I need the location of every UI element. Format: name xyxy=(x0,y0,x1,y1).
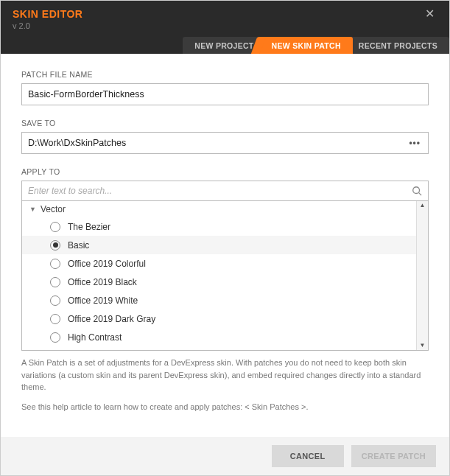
list-item-label: Office 2019 Colorful xyxy=(68,259,146,269)
scroll-down-icon[interactable]: ▼ xyxy=(420,343,426,349)
title-block: SKIN EDITOR v 2.0 xyxy=(13,8,82,30)
patch-name-input[interactable] xyxy=(28,89,422,99)
list-item[interactable]: The Bezier xyxy=(22,217,416,236)
list-item-label: Basic xyxy=(68,240,89,251)
search-field[interactable] xyxy=(21,181,429,201)
create-patch-button[interactable]: CREATE PATCH xyxy=(351,445,436,467)
radio-icon[interactable] xyxy=(50,277,60,287)
search-icon[interactable] xyxy=(412,186,422,196)
svg-point-0 xyxy=(413,187,420,194)
list-item-label: Office 2019 White xyxy=(68,295,138,306)
help-text-2-suffix: . xyxy=(306,402,308,411)
dialog-footer: CANCEL CREATE PATCH xyxy=(1,437,449,475)
skin-list: ▼ Vector The BezierBasicOffice 2019 Colo… xyxy=(21,201,429,351)
chevron-down-icon: ▼ xyxy=(29,206,36,213)
patch-name-field[interactable] xyxy=(21,83,429,105)
close-icon[interactable]: ✕ xyxy=(422,8,437,20)
list-item[interactable]: High Contrast xyxy=(22,328,416,346)
help-text-2-prefix: See this help article to learn how to cr… xyxy=(21,402,245,411)
patch-name-label: PATCH FILE NAME xyxy=(21,70,429,79)
list-item[interactable]: Office 2019 Black xyxy=(22,273,416,291)
scrollbar[interactable]: ▲ ▼ xyxy=(416,201,428,350)
list-item-label: High Contrast xyxy=(68,332,122,343)
window-header: SKIN EDITOR v 2.0 ✕ NEW PROJECT NEW SKIN… xyxy=(1,1,449,54)
radio-icon[interactable] xyxy=(50,295,60,306)
save-to-input[interactable] xyxy=(28,138,407,148)
radio-icon[interactable] xyxy=(50,222,60,232)
tab-recent-projects[interactable]: RECENT PROJECTS xyxy=(347,37,449,54)
list-item[interactable]: Office 2019 Dark Gray xyxy=(22,309,416,328)
apply-to-label: APPLY TO xyxy=(21,167,429,176)
radio-icon[interactable] xyxy=(50,259,60,269)
save-to-label: SAVE TO xyxy=(21,119,429,127)
radio-icon[interactable] xyxy=(50,314,60,324)
tab-bar: NEW PROJECT NEW SKIN PATCH RECENT PROJEC… xyxy=(183,35,449,54)
skin-list-body: ▼ Vector The BezierBasicOffice 2019 Colo… xyxy=(22,201,416,350)
list-item-label: Office 2019 Dark Gray xyxy=(68,314,155,324)
list-item[interactable]: Office 2019 Colorful xyxy=(22,254,416,273)
scroll-up-icon[interactable]: ▲ xyxy=(420,203,426,209)
form-content: PATCH FILE NAME SAVE TO ••• APPLY TO ▼ V… xyxy=(1,54,449,413)
browse-icon[interactable]: ••• xyxy=(407,138,422,148)
list-item-label: Office 2019 Black xyxy=(68,277,137,287)
app-title: SKIN EDITOR xyxy=(13,8,82,20)
radio-icon[interactable] xyxy=(50,240,60,251)
radio-icon[interactable] xyxy=(50,332,60,343)
cancel-button[interactable]: CANCEL xyxy=(272,445,344,467)
tab-new-skin-patch[interactable]: NEW SKIN PATCH xyxy=(260,37,353,54)
help-text-1: A Skin Patch is a set of adjustments for… xyxy=(21,357,429,393)
group-label: Vector xyxy=(41,204,66,214)
list-item[interactable]: Office 2019 White xyxy=(22,291,416,309)
app-version: v 2.0 xyxy=(13,21,82,30)
group-header-vector[interactable]: ▼ Vector xyxy=(22,201,416,217)
list-item[interactable]: Basic xyxy=(22,236,416,254)
help-text-2: See this help article to learn how to cr… xyxy=(21,401,429,413)
save-to-field[interactable]: ••• xyxy=(21,132,429,154)
help-link[interactable]: < Skin Patches > xyxy=(245,402,306,411)
list-item-label: The Bezier xyxy=(68,222,110,232)
svg-line-1 xyxy=(419,193,422,196)
search-input[interactable] xyxy=(28,186,412,196)
